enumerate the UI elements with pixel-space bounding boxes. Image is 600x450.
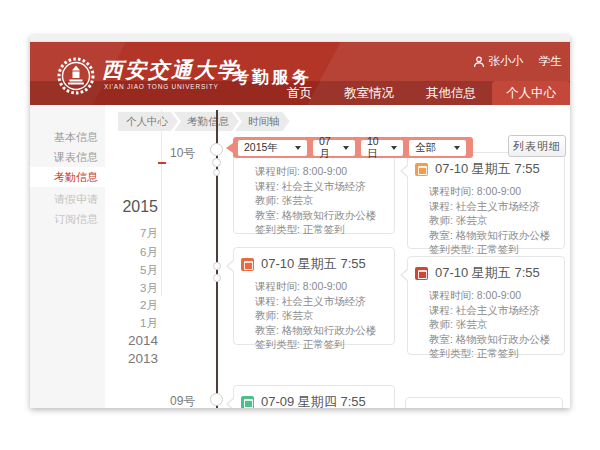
card-arrow: [402, 165, 409, 177]
list-detail-button[interactable]: 列表明细: [508, 135, 566, 157]
classroom: 教室: 格物致知行政办公楼: [429, 228, 556, 243]
nav-item-classrooms[interactable]: 教室情况: [328, 81, 410, 105]
window-top-strip: [30, 35, 570, 42]
university-name-cn: 西安交通大学: [102, 56, 240, 84]
sidebar-item-leave-request[interactable]: 请假申请: [30, 189, 105, 209]
card-details: 课程时间: 8:00-9:00 课程: 社会主义市场经济 教师: 张芸京 教室:…: [234, 276, 394, 358]
attendance-card: 07-09 星期四 7:55: [233, 385, 395, 408]
attendance-stamp-green-icon: [241, 396, 254, 409]
timeline-month-mar[interactable]: 3月: [140, 281, 158, 296]
main-nav: 首页 教室情况 其他信息 个人中心: [271, 81, 570, 105]
card-date-title: 07-10 星期五 7:55: [435, 264, 540, 282]
card-date-title: 07-09 星期四 7:55: [261, 393, 366, 408]
month-dropdown-value: 07月: [319, 135, 338, 161]
card-arrow: [402, 269, 409, 281]
breadcrumb-timeline[interactable]: 时间轴: [235, 112, 290, 131]
timeline-month-may[interactable]: 5月: [140, 263, 158, 278]
type-dropdown-value: 全部: [415, 141, 436, 155]
timeline-day-10: 10号: [170, 145, 195, 162]
timeline-month-jan[interactable]: 1月: [140, 316, 158, 331]
attendance-stamp-flame-icon: [241, 258, 254, 271]
teacher: 教师: 张芸京: [255, 308, 386, 323]
card-header: 07-10 星期五 7:55: [234, 248, 394, 276]
timeline-node: [213, 169, 220, 176]
card-arrow: [228, 398, 235, 408]
course-name: 课程: 社会主义市场经济: [429, 303, 556, 318]
course-time: 课程时间: 8:00-9:00: [429, 184, 556, 199]
signin-type: 签到类型: 正常签到: [429, 346, 556, 361]
classroom: 教室: 格物致知行政办公楼: [255, 208, 386, 223]
sidebar-item-basic-info[interactable]: 基本信息: [30, 127, 105, 147]
nav-item-home[interactable]: 首页: [271, 81, 328, 105]
signin-type: 签到类型: 正常签到: [255, 222, 386, 237]
timeline-year-2014[interactable]: 2014: [128, 333, 158, 348]
timeline-node: [210, 143, 223, 156]
nav-item-personal-center[interactable]: 个人中心: [492, 81, 570, 105]
attendance-card: [405, 397, 563, 408]
university-logo-icon: [56, 56, 96, 96]
timeline-month-feb[interactable]: 2月: [140, 298, 158, 313]
day-dropdown[interactable]: 10日: [361, 140, 403, 156]
card-arrow: [228, 260, 235, 272]
month-dropdown[interactable]: 07月: [313, 140, 355, 156]
user-name: 张小小: [489, 54, 524, 69]
teacher: 教师: 张芸京: [429, 213, 556, 228]
timeline-year-2013[interactable]: 2013: [128, 351, 158, 366]
sidebar: 基本信息 课表信息 考勤信息 请假申请 订阅信息: [30, 105, 105, 408]
teacher: 教师: 张芸京: [429, 317, 556, 332]
card-details: 课程时间: 8:00-9:00 课程: 社会主义市场经济 教师: 张芸京 教室:…: [408, 285, 564, 367]
sidebar-item-subscription-info[interactable]: 订阅信息: [30, 209, 105, 229]
app-header: 西安交通大学 XI'AN JIAO TONG UNIVERSITY 考勤服务 张…: [30, 42, 570, 105]
course-name: 课程: 社会主义市场经济: [255, 294, 386, 309]
timeline-divider: [161, 110, 162, 296]
attendance-card: 07-10 星期五 7:55 课程时间: 8:00-9:00 课程: 社会主义市…: [407, 256, 565, 355]
type-dropdown[interactable]: 全部: [409, 140, 466, 156]
person-icon: [473, 56, 485, 68]
sidebar-item-schedule-info[interactable]: 课表信息: [30, 147, 105, 167]
attendance-card: 07-10 星期五 7:55 课程时间: 8:00-9:00 课程: 社会主义市…: [233, 247, 395, 345]
card-header: 07-09 星期四 7:55: [234, 386, 394, 408]
sidebar-item-attendance-info[interactable]: 考勤信息: [30, 167, 105, 187]
timeline-node: [213, 262, 221, 270]
timeline-scale: 2015 7月 6月 5月 3月 2月 1月 2014 2013: [105, 105, 158, 365]
card-header: 07-10 星期五 7:55: [408, 257, 564, 285]
filter-bar-arrow: [226, 143, 233, 153]
course-time: 课程时间: 8:00-9:00: [429, 288, 556, 303]
attendance-stamp-red-icon: [415, 267, 428, 280]
card-date-title: 07-10 星期五 7:55: [435, 160, 540, 178]
teacher: 教师: 张芸京: [255, 193, 386, 208]
signin-type: 签到类型: 正常签到: [255, 337, 386, 352]
timeline-node: [213, 274, 221, 282]
app-window: 西安交通大学 XI'AN JIAO TONG UNIVERSITY 考勤服务 张…: [30, 35, 570, 408]
nav-item-other-info[interactable]: 其他信息: [410, 81, 492, 105]
card-date-title: 07-10 星期五 7:55: [261, 255, 366, 273]
classroom: 教室: 格物致知行政办公楼: [429, 332, 556, 347]
user-role: 学生: [539, 54, 562, 69]
year-dropdown-value: 2015年: [244, 141, 278, 155]
course-name: 课程: 社会主义市场经济: [255, 179, 386, 194]
chevron-down-icon: [454, 146, 460, 150]
date-filter-bar: 2015年 07月 10日 全部: [233, 137, 473, 158]
user-account[interactable]: 张小小 学生: [473, 54, 563, 69]
timeline-node: [210, 393, 223, 406]
card-details: 课程时间: 8:00-9:00 课程: 社会主义市场经济 教师: 张芸京 教室:…: [408, 181, 564, 263]
university-name-en: XI'AN JIAO TONG UNIVERSITY: [104, 83, 219, 90]
course-name: 课程: 社会主义市场经济: [429, 199, 556, 214]
day-dropdown-value: 10日: [367, 135, 386, 161]
current-month-tick: [158, 162, 166, 164]
signin-type: 签到类型: 正常签到: [429, 242, 556, 257]
year-dropdown[interactable]: 2015年: [238, 140, 307, 156]
chevron-down-icon: [391, 146, 397, 150]
chevron-down-icon: [295, 146, 301, 150]
timeline-month-jun[interactable]: 6月: [140, 245, 158, 260]
timeline-year-2015[interactable]: 2015: [122, 198, 158, 216]
timeline-month-jul[interactable]: 7月: [140, 226, 158, 241]
attendance-card: 07-10 星期五 7:55 课程时间: 8:00-9:00 课程: 社会主义市…: [407, 152, 565, 249]
course-time: 课程时间: 8:00-9:00: [255, 164, 386, 179]
classroom: 教室: 格物致知行政办公楼: [255, 323, 386, 338]
chevron-down-icon: [343, 146, 349, 150]
attendance-stamp-orange-icon: [415, 163, 428, 176]
breadcrumb-attendance-info[interactable]: 考勤信息: [174, 112, 239, 131]
course-time: 课程时间: 8:00-9:00: [255, 279, 386, 294]
timeline-node: [212, 158, 221, 167]
